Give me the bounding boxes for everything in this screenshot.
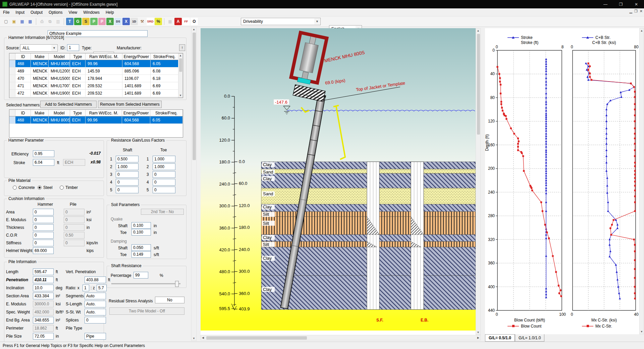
save-icon[interactable]: ▦ <box>18 18 26 25</box>
table-row[interactable]: 468MENCKMHU 800SECH99.96604.5686.05 <box>9 60 183 67</box>
pile-info-right-input[interactable]: 0 <box>85 317 106 323</box>
shaft-factor-input[interactable]: 0 <box>116 171 139 178</box>
chart-panel-scrollbar[interactable]: ▲▼ <box>639 28 644 334</box>
residual-stress-button[interactable]: No <box>155 297 184 303</box>
pile-info-input[interactable]: 348.655 <box>33 317 54 323</box>
pile-info-input[interactable]: 10.0 <box>33 285 54 291</box>
menu-output[interactable]: Output <box>28 9 46 16</box>
damping-toe-input[interactable]: 0.149 <box>131 251 151 258</box>
ff-tool-icon[interactable]: FF <box>182 18 190 25</box>
restore-button[interactable]: ❐ <box>613 0 629 8</box>
hammer-list-up-button[interactable]: ↑ <box>179 44 185 51</box>
cushion-hammer-input[interactable]: 69.000 <box>33 247 54 254</box>
print-icon[interactable]: ⎙ <box>38 18 46 25</box>
new-file-icon[interactable]: ▢ <box>2 18 10 25</box>
cushion-hammer-input[interactable]: 0 <box>33 240 54 246</box>
pile-info-right-input[interactable]: Auto. <box>85 309 106 315</box>
left-panel-scrollbar[interactable]: ▲▼ <box>191 27 197 341</box>
pi2-tool-icon[interactable]: P <box>98 18 106 25</box>
ds-tool-icon[interactable]: DS <box>114 18 122 25</box>
table-tool-icon[interactable]: ▦ <box>166 18 174 25</box>
cushion-hammer-input[interactable]: 0 <box>33 209 54 215</box>
pile-info-input[interactable]: 595.47 <box>33 268 54 275</box>
table-row[interactable]: 468MENCKMHU 800SECH99.96604.5686.05 <box>9 116 183 124</box>
shaft-factor-input[interactable]: 1.000 <box>116 163 139 170</box>
close-button[interactable]: ✕ <box>629 0 644 8</box>
add-to-selected-button[interactable]: Add to Selected Hammers <box>40 101 97 108</box>
radio-concrete[interactable]: Concrete <box>13 185 35 190</box>
pi-tool-icon[interactable]: P <box>90 18 98 25</box>
toe-factor-input[interactable]: 0 <box>153 179 175 186</box>
shaft-resistance-slider-thumb[interactable] <box>175 281 179 287</box>
graphic-vertical-scrollbar[interactable]: ▲▼ <box>476 28 481 335</box>
ratio-x-input[interactable]: 1 <box>83 285 89 291</box>
x2-tool-icon[interactable]: X <box>122 18 130 25</box>
damping-shaft-input[interactable]: 0.050 <box>131 244 151 251</box>
pile-info-right-input[interactable]: 403.88 <box>85 277 106 283</box>
a-tool-icon[interactable]: A <box>174 18 182 25</box>
table-row[interactable]: 469MENCKMHU1200SECH145.59885.0966.08 <box>9 67 183 75</box>
o-tool-icon[interactable]: O <box>191 18 198 25</box>
radio-timber[interactable]: Timber <box>60 185 78 190</box>
menu-windows[interactable]: Windows <box>80 9 103 16</box>
tab-gl-05[interactable]: G/L= 0.5/1.0 <box>485 334 515 342</box>
depth-tick-penetration: 120.0 <box>239 203 250 208</box>
pile-info-right-input[interactable]: Pipe <box>85 333 106 340</box>
cushion-pile-input: 0 <box>64 209 85 215</box>
pile-info-right-input[interactable]: Auto <box>85 293 106 299</box>
cushion-hammer-input[interactable]: 0 <box>33 232 54 239</box>
pile-info-input[interactable]: 72.05 <box>33 333 54 340</box>
ratio-z-input[interactable]: 5.7 <box>97 285 107 291</box>
menu-help[interactable]: Help <box>103 9 117 16</box>
second-toe-button[interactable]: 2nd Toe - No <box>141 209 184 215</box>
tab-gl-10[interactable]: G/L= 1.0/1.0 <box>515 334 544 342</box>
ti-tool-icon[interactable]: T <box>66 18 73 25</box>
table-row[interactable]: 472MENCKMHU1900SECH209.5321401.6896.69 <box>9 90 183 97</box>
pile-info-input[interactable]: 410.11 <box>33 277 54 283</box>
preview-icon[interactable]: ▥ <box>54 18 62 25</box>
si-tool-icon[interactable]: S <box>82 18 90 25</box>
pile-info-input[interactable]: 433.384 <box>33 293 54 299</box>
pile-info-right-input[interactable]: Auto. <box>85 301 106 307</box>
cushion-hammer-input[interactable]: 0 <box>33 224 54 231</box>
menu-file[interactable]: File <box>0 9 12 16</box>
radio-steel[interactable]: Steel <box>38 185 52 190</box>
srd-tool-icon[interactable]: SRD <box>147 18 154 25</box>
hammer-table-scrollbar[interactable]: ▲▼ <box>178 53 183 98</box>
oned-tool-icon[interactable]: 1D <box>130 18 138 25</box>
mdi-window-buttons[interactable]: ▁❐✕ <box>629 9 643 13</box>
save-as-icon[interactable]: ▩ <box>26 18 34 25</box>
menu-input[interactable]: Input <box>12 9 28 16</box>
percent-tool-icon[interactable]: % <box>155 18 162 25</box>
quake-toe-input[interactable]: 0.100 <box>131 229 151 236</box>
shaft-factor-input[interactable]: 0 <box>116 187 139 193</box>
toe-factor-input[interactable]: 0 <box>153 171 175 178</box>
open-file-icon[interactable]: ▣ <box>10 18 18 25</box>
cushion-hammer-input[interactable]: 0 <box>33 216 54 223</box>
toe-factor-input[interactable]: 1.000 <box>153 156 175 162</box>
hammer-tool-icon[interactable]: ⚒ <box>139 18 146 25</box>
copy-icon[interactable]: ⧉ <box>46 18 54 25</box>
hammer-id-input[interactable]: 1 <box>67 44 79 51</box>
minimize-button[interactable]: — <box>598 0 613 8</box>
efficiency-input[interactable]: 0.95 <box>33 150 54 157</box>
shaft-factor-input[interactable]: 0 <box>116 179 139 186</box>
toe-factor-input[interactable]: 1.000 <box>153 163 175 170</box>
source-select[interactable]: ALL▼ <box>20 44 58 52</box>
table-row[interactable]: 470MENCKMHU1500SECH178.9441106.076.18 <box>9 75 183 82</box>
analysis-type-select[interactable]: Driveability▼ <box>241 18 321 25</box>
menu-view[interactable]: View <box>65 9 80 16</box>
quake-shaft-input[interactable]: 0.100 <box>131 222 151 229</box>
toe-factor-input[interactable]: 0 <box>153 187 175 193</box>
stroke-input[interactable]: 6.04 <box>33 159 54 166</box>
remove-from-selected-button[interactable]: Remove from Selected Hammers <box>98 101 162 108</box>
table-row[interactable]: 471MENCKMHU1700TECH209.5321401.6896.69 <box>9 82 183 90</box>
shaft-resistance-slider-track[interactable] <box>111 283 180 284</box>
xi-tool-icon[interactable]: X <box>106 18 114 25</box>
shaft-factor-input[interactable]: 0.500 <box>116 156 139 162</box>
menu-options[interactable]: Options <box>46 9 65 16</box>
gi-tool-icon[interactable]: G <box>74 18 82 25</box>
graphic-horizontal-scrollbar[interactable]: ◀▶ <box>201 335 481 340</box>
two-pile-model-button[interactable]: Two Pile Model - Off <box>109 307 184 315</box>
percentage-input[interactable]: 99 <box>133 272 148 279</box>
